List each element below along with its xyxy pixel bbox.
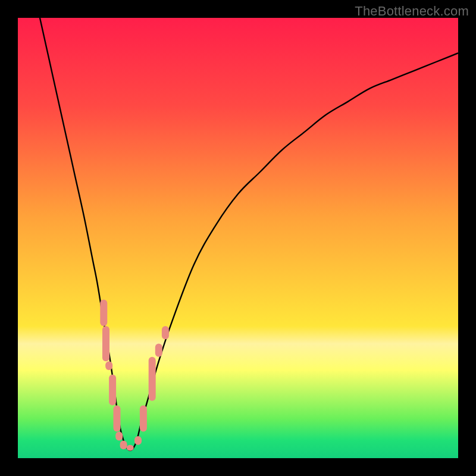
- curve-marker: [105, 361, 112, 370]
- curve-marker: [134, 436, 142, 445]
- chart-frame: TheBottleneck.com: [0, 0, 476, 476]
- curve-marker: [102, 326, 109, 361]
- curve-marker: [162, 326, 169, 339]
- curve-marker: [100, 300, 107, 326]
- curve-layer: [18, 18, 458, 458]
- curve-marker: [149, 357, 156, 401]
- curve-marker: [140, 405, 147, 431]
- curve-marker: [109, 374, 116, 405]
- curve-marker: [114, 405, 121, 431]
- curve-marker: [127, 445, 134, 451]
- curve-marker: [120, 440, 127, 449]
- watermark-text: TheBottleneck.com: [355, 4, 469, 19]
- bottleneck-curve: [40, 18, 458, 450]
- curve-marker: [115, 432, 123, 441]
- plot-area: [18, 18, 458, 458]
- curve-markers: [100, 300, 169, 451]
- curve-marker: [155, 344, 162, 357]
